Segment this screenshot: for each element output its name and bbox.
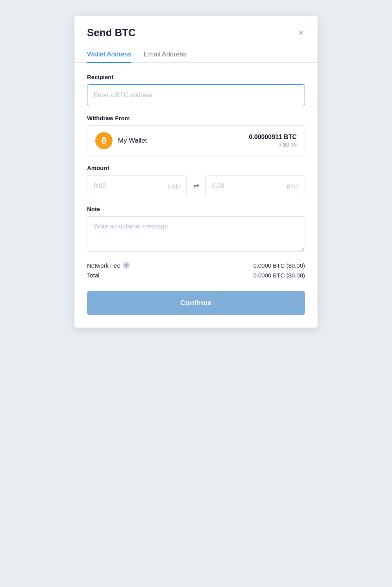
note-input[interactable] bbox=[87, 216, 305, 252]
send-btc-modal: Send BTC × Wallet Address Email Address … bbox=[74, 16, 318, 328]
swap-icon[interactable]: ⇌ bbox=[187, 182, 205, 190]
usd-amount-input[interactable]: 0.00 USD bbox=[87, 175, 187, 197]
continue-button[interactable]: Continue bbox=[87, 291, 305, 315]
withdraw-section: Withdraw From ₿ My Wallet 0.00000911 BTC… bbox=[87, 115, 305, 156]
wallet-selector[interactable]: ₿ My Wallet 0.00000911 BTC ≈ $0.09 bbox=[87, 125, 305, 156]
btc-currency-label: BTC bbox=[287, 183, 298, 190]
modal-header: Send BTC × bbox=[74, 16, 318, 39]
total-row: Total 0.0000 BTC ($0.00) bbox=[87, 272, 305, 279]
btc-icon: ₿ bbox=[95, 132, 113, 149]
wallet-btc-amount: 0.00000911 BTC bbox=[249, 134, 297, 141]
amount-inputs-row: 0.00 USD ⇌ 0.00 BTC bbox=[87, 175, 305, 197]
modal-body: Recipient Withdraw From ₿ My Wallet 0.00… bbox=[74, 63, 318, 328]
modal-title: Send BTC bbox=[87, 27, 136, 39]
amount-section: Amount 0.00 USD ⇌ 0.00 BTC bbox=[87, 165, 305, 197]
wallet-name: My Wallet bbox=[118, 137, 147, 145]
btc-value: 0.00 bbox=[212, 183, 224, 190]
help-icon[interactable]: ? bbox=[123, 262, 130, 269]
btc-amount-input[interactable]: 0.00 BTC bbox=[205, 175, 305, 197]
note-label: Note bbox=[87, 206, 305, 212]
network-fee-row: Network Fee ? 0.0000 BTC ($0.00) bbox=[87, 262, 305, 269]
recipient-section: Recipient bbox=[87, 74, 305, 106]
tab-bar: Wallet Address Email Address bbox=[74, 47, 318, 63]
withdraw-label: Withdraw From bbox=[87, 115, 305, 121]
wallet-info-left: ₿ My Wallet bbox=[95, 132, 147, 149]
network-fee-value: 0.0000 BTC ($0.00) bbox=[253, 262, 305, 269]
tab-wallet-address[interactable]: Wallet Address bbox=[87, 47, 131, 62]
wallet-usd-amount: ≈ $0.09 bbox=[249, 141, 297, 148]
amount-label: Amount bbox=[87, 165, 305, 171]
usd-value: 0.00 bbox=[94, 183, 106, 190]
network-fee-text: Network Fee bbox=[87, 262, 120, 269]
close-button[interactable]: × bbox=[297, 27, 305, 39]
recipient-input[interactable] bbox=[87, 84, 305, 106]
total-label: Total bbox=[87, 272, 100, 279]
usd-currency-label: USD bbox=[167, 183, 180, 190]
wallet-balance: 0.00000911 BTC ≈ $0.09 bbox=[249, 134, 297, 148]
tab-email-address[interactable]: Email Address bbox=[144, 47, 187, 62]
note-section: Note bbox=[87, 206, 305, 253]
recipient-label: Recipient bbox=[87, 74, 305, 80]
total-value: 0.0000 BTC ($0.00) bbox=[253, 272, 305, 279]
network-fee-label-group: Network Fee ? bbox=[87, 262, 130, 269]
